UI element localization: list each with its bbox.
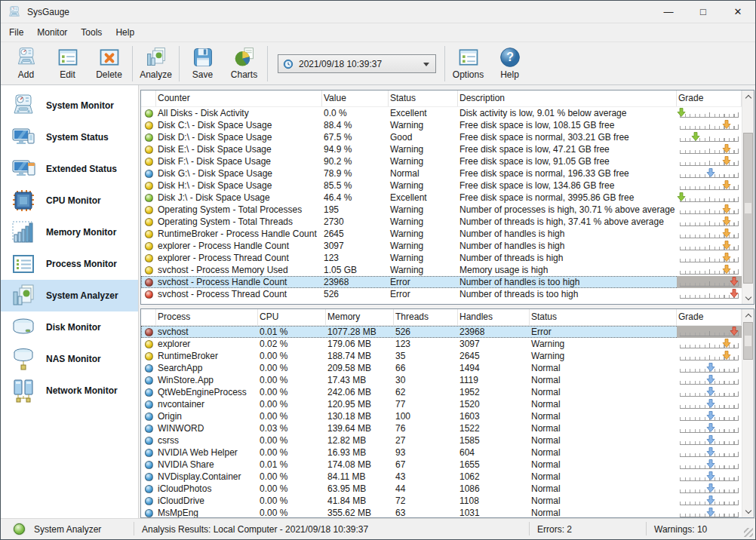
column-header-counter[interactable]: Counter <box>156 91 322 106</box>
sidebar-item-system-monitor[interactable]: System Monitor <box>1 90 138 121</box>
counter-row[interactable]: svchost - Process Memory Used1.05 GBWarn… <box>141 264 742 276</box>
process-row[interactable]: SearchApp0.00 %209.58 MB661494Normal <box>141 362 742 374</box>
save-button[interactable]: Save <box>182 44 223 84</box>
scrollbar-thumb[interactable] <box>743 322 753 360</box>
scroll-down-button[interactable] <box>742 292 754 304</box>
menu-monitor[interactable]: Monitor <box>30 23 74 42</box>
counter-row[interactable]: All Disks - Disk Activity0.0 %ExcellentD… <box>141 107 742 119</box>
counter-row[interactable]: svchost - Process Thread Count526ErrorNu… <box>141 288 742 300</box>
process-row[interactable]: WinStore.App0.00 %17.43 MB301119Normal <box>141 374 742 386</box>
column-header-memory[interactable]: Memory <box>326 309 394 325</box>
counter-row[interactable]: RuntimeBroker - Process Handle Count2645… <box>141 228 742 240</box>
cell-status: Good <box>389 131 458 143</box>
menu-file[interactable]: File <box>2 23 30 42</box>
counter-row[interactable]: svchost - Process Handle Count23968Error… <box>141 276 742 288</box>
cell-grade <box>677 216 742 228</box>
statusbar-separator <box>646 522 647 535</box>
sidebar-item-nas-monitor[interactable]: NAS Monitor <box>1 343 138 375</box>
process-row[interactable]: explorer0.02 %179.06 MB1233097Warning <box>141 338 742 350</box>
counter-row[interactable]: Operating System - Total Threads2730Warn… <box>141 216 742 228</box>
process-row[interactable]: nvcontainer0.00 %120.95 MB771520Normal <box>141 398 742 410</box>
system-status-icon <box>11 124 36 150</box>
sidebar-item-memory-monitor[interactable]: Memory Monitor <box>1 216 138 248</box>
grade-arrow-icon <box>722 229 731 238</box>
options-button[interactable]: Options <box>447 44 489 84</box>
counters-scrollbar[interactable] <box>742 91 754 304</box>
counter-row[interactable]: explorer - Process Handle Count3097Warni… <box>141 240 742 252</box>
counter-row[interactable]: Disk D:\ - Disk Space Usage67.5 %GoodFre… <box>141 131 742 143</box>
sidebar-item-system-status[interactable]: System Status <box>1 121 138 153</box>
status-led-icon <box>145 158 153 166</box>
grade-arrow-icon <box>722 216 731 226</box>
counter-row[interactable]: Operating System - Total Processes195War… <box>141 204 742 216</box>
cell-value: 90.2 % <box>322 155 389 167</box>
help-button[interactable]: ?Help <box>489 44 530 84</box>
window-controls: —□✕ <box>651 1 755 23</box>
sidebar-item-disk-monitor[interactable]: Disk Monitor <box>1 311 138 343</box>
column-header-threads[interactable]: Threads <box>394 309 458 325</box>
delete-button[interactable]: Delete <box>88 44 130 84</box>
process-row[interactable]: Origin0.00 %130.18 MB1001603Normal <box>141 410 742 422</box>
cell-status: Normal <box>530 398 677 410</box>
column-header-handles[interactable]: Handles <box>458 309 530 325</box>
cell-process: NVIDIA Share <box>156 459 258 471</box>
cell-led <box>141 483 156 495</box>
process-row[interactable]: MsMpEng0.00 %355.62 MB631031Normal <box>141 507 742 517</box>
clock-icon <box>283 59 293 69</box>
process-row[interactable]: iCloudPhotos0.00 %63.95 MB441086Normal <box>141 483 742 495</box>
resize-grip[interactable] <box>744 528 753 537</box>
scroll-up-button[interactable] <box>742 91 754 103</box>
column-header-grade[interactable]: Grade <box>677 309 742 325</box>
scroll-up-button[interactable] <box>742 309 754 321</box>
counter-row[interactable]: Disk H:\ - Disk Space Usage85.5 %Warning… <box>141 179 742 192</box>
statusbar-separator <box>529 522 530 535</box>
charts-button[interactable]: Charts <box>223 44 265 84</box>
counter-row[interactable]: explorer - Process Thread Count123Warnin… <box>141 252 742 264</box>
chevron-up-icon <box>745 313 751 319</box>
counter-row[interactable]: Disk G:\ - Disk Space Usage78.9 %NormalF… <box>141 167 742 179</box>
sidebar-item-cpu-monitor[interactable]: CPU Monitor <box>1 185 138 216</box>
sidebar-item-system-analyzer[interactable]: System Analyzer <box>1 280 138 311</box>
datetime-dropdown[interactable]: 2021/09/18 10:39:37 <box>278 54 436 73</box>
cell-grade <box>677 155 742 167</box>
sidebar-item-network-monitor[interactable]: Network Monitor <box>1 375 138 407</box>
menu-help[interactable]: Help <box>109 23 141 42</box>
edit-button[interactable]: Edit <box>47 44 88 84</box>
process-row[interactable]: QtWebEngineProcess0.00 %242.06 MB621952N… <box>141 386 742 398</box>
cell-description: Free disk space is normal, 303.21 GB fre… <box>458 131 677 143</box>
column-header-status[interactable]: Status <box>389 91 458 106</box>
process-row[interactable]: NVIDIA Web Helper0.00 %16.93 MB93604Norm… <box>141 446 742 459</box>
column-header-grade[interactable]: Grade <box>677 91 742 106</box>
column-header-value[interactable]: Value <box>322 91 389 106</box>
process-row[interactable]: NVDisplay.Container0.00 %84.11 MB431062N… <box>141 471 742 483</box>
counter-row[interactable]: Disk J:\ - Disk Space Usage46.4 %Excelle… <box>141 192 742 204</box>
process-row[interactable]: RuntimeBroker0.00 %188.74 MB352645Warnin… <box>141 350 742 362</box>
counter-row[interactable]: Disk F:\ - Disk Space Usage90.2 %Warning… <box>141 155 742 167</box>
counter-row[interactable]: Disk E:\ - Disk Space Usage94.9 %Warning… <box>141 143 742 155</box>
process-scrollbar[interactable] <box>742 309 754 517</box>
scrollbar-thumb[interactable] <box>743 133 753 284</box>
column-header-process[interactable]: Process <box>156 309 258 325</box>
process-row[interactable]: WINWORD0.03 %139.64 MB761522Normal <box>141 422 742 434</box>
maximize-button[interactable]: □ <box>686 1 721 23</box>
column-header-cpu[interactable]: CPU <box>258 309 326 325</box>
counter-row[interactable]: Disk C:\ - Disk Space Usage88.4 %Warning… <box>141 119 742 131</box>
process-row[interactable]: iCloudDrive0.00 %41.84 MB721108Normal <box>141 495 742 507</box>
minimize-button[interactable]: — <box>651 1 686 23</box>
column-header-description[interactable]: Description <box>458 91 677 106</box>
process-row[interactable]: csrss0.00 %12.82 MB271585Normal <box>141 434 742 446</box>
column-header-status[interactable]: Status <box>530 309 677 325</box>
cell-counter: explorer - Process Thread Count <box>156 252 322 264</box>
close-button[interactable]: ✕ <box>721 1 755 23</box>
process-row[interactable]: svchost0.01 %1077.28 MB52623968Error <box>141 326 742 338</box>
menu-tools[interactable]: Tools <box>74 23 109 42</box>
scroll-down-button[interactable] <box>742 505 754 517</box>
cell-led <box>141 240 156 252</box>
process-row[interactable]: NVIDIA Share0.01 %174.08 MB671655Normal <box>141 459 742 471</box>
add-button[interactable]: Add <box>5 44 47 84</box>
grade-ruler <box>680 121 739 130</box>
sidebar-item-process-monitor[interactable]: Process Monitor <box>1 248 138 280</box>
status-led-icon <box>145 328 153 336</box>
analyze-button[interactable]: Analyze <box>135 44 177 84</box>
sidebar-item-extended-status[interactable]: Extended Status <box>1 153 138 185</box>
